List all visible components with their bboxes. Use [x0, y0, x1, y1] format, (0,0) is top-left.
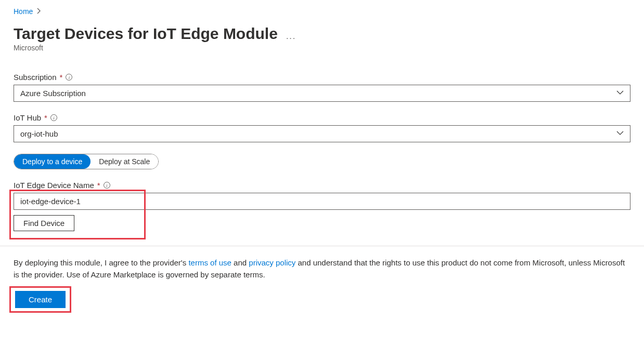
iothub-value: org-iot-hub: [20, 129, 58, 138]
chevron-right-icon: [37, 8, 41, 16]
info-icon[interactable]: i: [50, 114, 57, 121]
iothub-select[interactable]: org-iot-hub: [14, 125, 630, 142]
breadcrumb-home-link[interactable]: Home: [14, 7, 33, 16]
info-icon[interactable]: i: [66, 74, 72, 81]
iothub-label: IoT Hub: [14, 113, 41, 122]
deploy-mode-toggle: Deploy to a device Deploy at Scale: [14, 154, 159, 169]
breadcrumb: Home: [14, 7, 630, 16]
highlight-annotation: Create: [9, 286, 71, 313]
footer-disclaimer: By deploying this module, I agree to the…: [14, 257, 630, 281]
page-subtitle: Microsoft: [14, 44, 630, 52]
privacy-policy-link[interactable]: privacy policy: [249, 258, 295, 267]
deploy-at-scale-toggle[interactable]: Deploy at Scale: [91, 154, 158, 169]
terms-of-use-link[interactable]: terms of use: [188, 258, 231, 267]
required-star-icon: *: [97, 181, 100, 190]
info-icon[interactable]: i: [104, 182, 110, 189]
device-name-label: IoT Edge Device Name: [14, 181, 94, 190]
required-star-icon: *: [44, 113, 47, 122]
subscription-select[interactable]: Azure Subscription: [14, 85, 630, 102]
required-star-icon: *: [60, 73, 63, 82]
subscription-value: Azure Subscription: [20, 89, 86, 98]
more-actions-button[interactable]: ...: [286, 32, 296, 41]
chevron-down-icon: [616, 90, 624, 97]
subscription-label: Subscription: [14, 73, 57, 82]
find-device-button[interactable]: Find Device: [14, 215, 74, 231]
device-name-input[interactable]: [14, 193, 630, 210]
create-button[interactable]: Create: [15, 291, 66, 308]
chevron-down-icon: [616, 130, 624, 138]
page-title: Target Devices for IoT Edge Module: [14, 25, 278, 43]
deploy-to-device-toggle[interactable]: Deploy to a device: [14, 154, 91, 169]
